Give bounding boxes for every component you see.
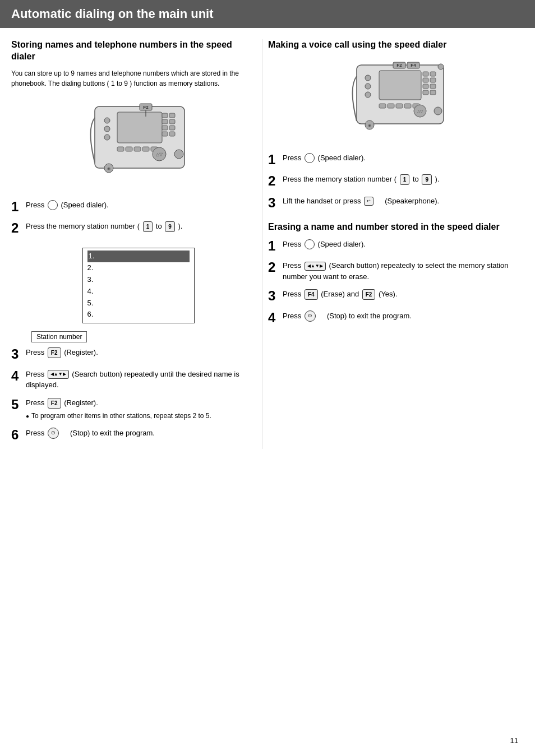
svg-rect-5 (169, 119, 175, 124)
erase-step-2: 2 Press ◀▲▼▶ (Search button) repeatedly … (268, 260, 524, 282)
erase-step-4-number: 4 (268, 310, 279, 325)
svg-rect-44 (379, 104, 386, 108)
device-illustration-left: F2 △▽ (11, 95, 251, 191)
svg-point-51 (434, 107, 442, 115)
svg-point-37 (365, 84, 371, 89)
svg-point-12 (104, 134, 110, 140)
svg-rect-19 (142, 147, 149, 151)
step-3: 3 Press F2 (Register). (11, 347, 251, 361)
device-illustration-right: F2 F4 △▽ (268, 57, 524, 143)
svg-rect-47 (404, 104, 411, 108)
svg-text:△▽: △▽ (417, 109, 423, 113)
svg-rect-45 (388, 104, 394, 108)
step-1-number: 1 (11, 200, 22, 214)
svg-rect-35 (430, 90, 436, 95)
erase-step-4-content: Press ⊙ (Stop) to exit the program. (283, 310, 524, 322)
station-list: 1. 2. 3. 4. 5. 6. (83, 248, 194, 323)
station-item-2: 2. (87, 262, 190, 274)
voice-step-1-content: Press (Speed dialer). (283, 152, 524, 164)
svg-point-11 (104, 126, 110, 132)
search-btn-e2: ◀▲▼▶ (305, 262, 326, 271)
step-1-content: Press (Speed dialer). (26, 200, 251, 211)
f4-btn-e3: F4 (305, 289, 318, 300)
step-4-number: 4 (11, 369, 22, 383)
svg-rect-4 (162, 119, 168, 124)
svg-rect-7 (169, 126, 175, 130)
voice-step-2: 2 Press the memory station number ( 1 to… (268, 174, 524, 188)
voice-step-3: 3 Lift the handset or press ↩ (Speakerph… (268, 196, 524, 210)
svg-point-36 (365, 75, 371, 81)
station-item-6: 6. (87, 309, 190, 321)
voice-step-3-number: 3 (268, 196, 279, 210)
num-1-btn: 1 (143, 221, 153, 232)
f2-btn-5: F2 (48, 398, 61, 409)
step-5-number: 5 (11, 397, 22, 412)
station-item-5: 5. (87, 298, 190, 309)
svg-text:◉: ◉ (368, 123, 371, 127)
step-2-content: Press the memory station number ( 1 to 9… (26, 221, 251, 232)
step-5: 5 Press F2 (Register). To program other … (11, 397, 251, 421)
svg-rect-16 (117, 147, 124, 151)
speed-dialer-btn-v1 (305, 153, 315, 163)
svg-rect-1 (117, 112, 162, 143)
erase-step-3: 3 Press F4 (Erase) and F2 (Yes). (268, 289, 524, 303)
num-1-btn-v: 1 (400, 174, 410, 185)
step-4: 4 Press ◀▲▼▶ (Search button) repeatedly … (11, 369, 251, 391)
svg-text:F2: F2 (143, 105, 149, 110)
num-9-btn: 9 (165, 221, 175, 232)
left-column: Storing names and telephone numbers in t… (11, 39, 262, 449)
voice-step-2-number: 2 (268, 174, 279, 188)
svg-rect-32 (423, 84, 428, 89)
erase-step-1: 1 Press (Speed dialer). (268, 239, 524, 253)
intro-text: You can store up to 9 names and telephon… (11, 68, 251, 89)
svg-rect-8 (162, 132, 168, 136)
svg-rect-27 (379, 71, 421, 100)
svg-rect-30 (423, 78, 428, 82)
speaker-btn: ↩ (364, 197, 373, 206)
station-item-1: 1. (87, 251, 190, 262)
erase-step-3-number: 3 (268, 289, 279, 303)
step-5-note: To program other items in other stations… (26, 411, 251, 421)
stop-btn-6: ⊙ (48, 428, 59, 439)
step-3-number: 3 (11, 347, 22, 361)
left-section-title: Storing names and telephone numbers in t… (11, 39, 251, 63)
svg-text:F4: F4 (411, 63, 416, 68)
svg-rect-28 (423, 72, 428, 76)
svg-rect-18 (134, 147, 141, 151)
voice-step-1-number: 1 (268, 152, 279, 167)
svg-rect-9 (169, 132, 175, 136)
step-5-content: Press F2 (Register). To program other it… (26, 397, 251, 421)
device-svg-left: F2 △▽ (67, 95, 196, 191)
erase-step-1-content: Press (Speed dialer). (283, 239, 524, 250)
svg-rect-6 (162, 126, 168, 130)
step-2-number: 2 (11, 221, 22, 235)
station-number-label: Station number (31, 331, 87, 342)
erase-step-4: 4 Press ⊙ (Stop) to exit the program. (268, 310, 524, 325)
voice-step-1: 1 Press (Speed dialer). (268, 152, 524, 167)
svg-point-23 (174, 150, 183, 159)
erase-step-3-content: Press F4 (Erase) and F2 (Yes). (283, 289, 524, 300)
speed-dialer-btn-e1 (305, 239, 315, 249)
erase-step-2-number: 2 (268, 260, 279, 275)
svg-text:△▽: △▽ (156, 152, 163, 157)
erase-step-2-content: Press ◀▲▼▶ (Search button) repeatedly to… (283, 260, 524, 282)
voice-call-title: Making a voice call using the speed dial… (268, 39, 524, 51)
step-6-number: 6 (11, 428, 22, 442)
svg-rect-33 (430, 84, 436, 89)
step-3-content: Press F2 (Register). (26, 347, 251, 358)
speed-dialer-btn-1 (48, 200, 58, 210)
station-display-area: 1. 2. 3. 4. 5. 6. Station number (26, 242, 251, 342)
svg-point-10 (104, 118, 110, 123)
svg-rect-2 (162, 113, 168, 118)
svg-rect-34 (423, 90, 428, 95)
station-display: 1. 2. 3. 4. 5. 6. (82, 248, 195, 323)
right-column: Making a voice call using the speed dial… (262, 39, 524, 449)
svg-rect-17 (126, 147, 132, 151)
search-btn-4: ◀▲▼▶ (48, 370, 69, 379)
f2-btn-e3: F2 (362, 289, 376, 300)
step-4-content: Press ◀▲▼▶ (Search button) repeatedly un… (26, 369, 251, 391)
step-1: 1 Press (Speed dialer). (11, 200, 251, 214)
page: Automatic dialing on the main unit Stori… (0, 0, 535, 756)
svg-rect-3 (169, 113, 175, 118)
voice-step-2-content: Press the memory station number ( 1 to 9… (283, 174, 524, 185)
